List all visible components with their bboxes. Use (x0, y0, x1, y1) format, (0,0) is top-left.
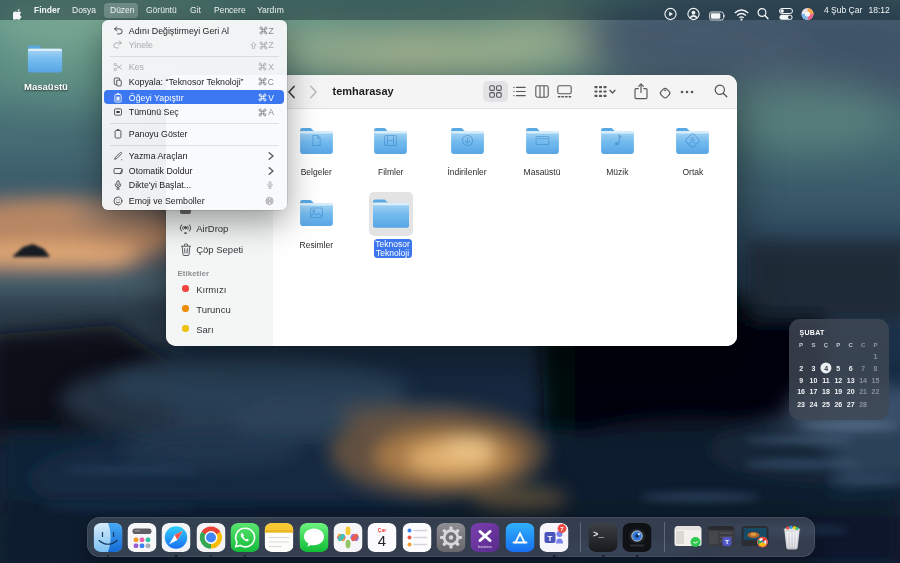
svg-text:T: T (725, 539, 729, 545)
svg-text:business: business (479, 544, 493, 548)
svg-text:4: 4 (378, 532, 386, 549)
svg-text:>_: >_ (593, 529, 604, 539)
svg-text:T: T (548, 533, 553, 542)
